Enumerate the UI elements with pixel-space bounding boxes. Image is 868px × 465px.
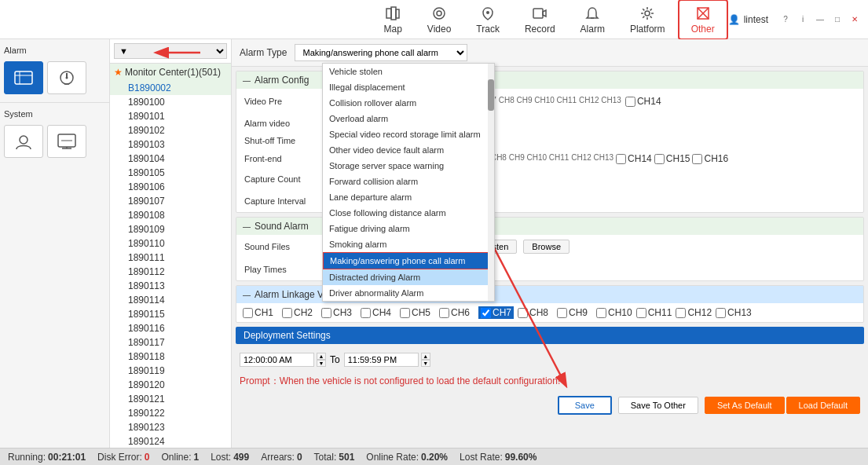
tree-item[interactable]: 1890104 [110,152,231,166]
tree-item[interactable]: 1890103 [110,137,231,152]
nav-record[interactable]: Record [512,0,568,39]
prompt-row: Prompt：When the vehicle is not configure… [232,372,868,391]
dropdown-item-3[interactable]: Overload alarm [323,111,494,126]
svg-point-17 [20,136,27,144]
tree-item[interactable]: 1890106 [110,180,231,194]
save-button[interactable]: Save [558,396,612,415]
tree-item[interactable]: 1890112 [110,265,231,279]
alarm-type-dropdown[interactable]: Vehicle stolen Illegal displacement Coll… [322,63,495,302]
tree-item[interactable]: 1890117 [110,335,231,350]
tree-item[interactable]: 1890114 [110,293,231,307]
tree-item[interactable]: 1890100 [110,95,231,109]
browse-button[interactable]: Browse [523,240,570,254]
tree-item[interactable]: 1890124 [110,434,231,449]
tree-item[interactable]: 1890110 [110,236,231,251]
lch2-check[interactable] [282,308,292,318]
dropdown-item-2[interactable]: Collision rollover alarm [323,95,494,111]
running-status: Running: 00:21:01 [8,452,86,463]
dropdown-item-14[interactable]: Driver abnormality Alarm [323,285,494,301]
alarm-btn-1[interactable] [4,61,43,94]
lch4-check[interactable] [361,308,371,318]
info-btn[interactable]: i [797,14,808,25]
tree-item[interactable]: 1890116 [110,321,231,335]
dropdown-item-7[interactable]: Forward collision alarm [323,174,494,189]
time-to-up[interactable]: ▲ [421,353,430,360]
lch8-check[interactable] [518,308,528,318]
tree-item[interactable]: 1890113 [110,279,231,293]
system-btn-1[interactable] [4,125,43,158]
tree-item[interactable]: 1890115 [110,307,231,321]
lch10-check[interactable] [596,308,606,318]
tree-item[interactable]: 1890111 [110,251,231,265]
save-to-other-button[interactable]: Save To Other [618,397,698,414]
tree-item[interactable]: 1890107 [110,194,231,208]
lch3-check[interactable] [321,308,331,318]
dropdown-scrollbar[interactable] [488,64,494,301]
tree-item[interactable]: 1890119 [110,364,231,378]
lch5-check[interactable] [400,308,410,318]
dropdown-item-5[interactable]: Other video device fault alarm [323,142,494,158]
sound-alarm-toggle[interactable]: — [243,222,251,231]
tree-item[interactable]: 1890105 [110,166,231,180]
tree-item[interactable]: 1890118 [110,350,231,364]
record-icon [531,5,548,22]
dropdown-item-1[interactable]: Illegal displacement [323,79,494,95]
tree-item[interactable]: 1890102 [110,123,231,137]
dropdown-item-11[interactable]: Smoking alarm [323,236,494,252]
minimize-btn[interactable]: — [815,14,826,25]
nav-video[interactable]: Video [415,0,463,39]
dropdown-item-9[interactable]: Close following distance alarm [323,205,494,221]
tree-root[interactable]: ★ Monitor Center(1)(501) [110,64,231,81]
lch7-check[interactable] [481,308,491,318]
set-as-default-button[interactable]: Set As Default [705,397,785,414]
tree-subitem-selected[interactable]: B1890002 [110,81,231,95]
tree-item[interactable]: 1890123 [110,420,231,434]
tree-item[interactable]: 1890120 [110,378,231,392]
dropdown-item-0[interactable]: Vehicle stolen [323,64,494,79]
help-btn[interactable]: ? [780,14,791,25]
close-btn[interactable]: ✕ [849,14,860,25]
tree-item[interactable]: 1890101 [110,109,231,123]
lch12-check[interactable] [676,308,686,318]
dropdown-item-6[interactable]: Storage server space warning [323,158,494,174]
dropdown-item-4[interactable]: Special video record storage limit alarm [323,126,494,142]
dropdown-item-8[interactable]: Lane departure alarm [323,189,494,205]
lch9-check[interactable] [557,308,567,318]
tree-item[interactable]: 1890109 [110,222,231,236]
dropdown-item-12[interactable]: Making/answering phone call alarm [323,252,494,269]
load-default-button[interactable]: Load Default [786,397,860,414]
time-to-down[interactable]: ▼ [421,360,430,367]
f-ch16-check[interactable] [692,154,702,164]
tree-item[interactable]: 1890122 [110,406,231,420]
lch13-check[interactable] [716,308,726,318]
other-icon [694,5,712,22]
dropdown-item-13[interactable]: Distracted driving Alarm [323,269,494,285]
lch1-check[interactable] [243,308,253,318]
tree-dropdown[interactable]: ▼ [114,43,227,59]
tree-panel: ▼ ★ Monitor Center(1)(501) B1890002 1890… [110,39,232,465]
nav-track[interactable]: Track [463,0,512,39]
nav-other[interactable]: Other [678,0,728,40]
nav-platform[interactable]: Platform [617,0,678,39]
nav-map[interactable]: Map [372,0,415,39]
maximize-btn[interactable]: □ [832,14,843,25]
tree-item[interactable]: 1890108 [110,208,231,222]
lch11-check[interactable] [636,308,646,318]
alarm-type-select[interactable]: Making/answering phone call alarm [295,44,467,61]
nav-alarm[interactable]: Alarm [568,0,617,39]
lch6-check[interactable] [439,308,449,318]
system-btn-2[interactable] [47,125,86,158]
tree-item[interactable]: 1890121 [110,392,231,406]
time-from-up[interactable]: ▲ [317,353,326,360]
f-ch14-check[interactable] [616,154,626,164]
dropdown-item-10[interactable]: Fatigue driving alarm [323,221,494,236]
time-from-input[interactable] [240,353,314,367]
time-to-input[interactable] [344,353,419,367]
alarm-config-toggle[interactable]: — [243,76,251,85]
time-from-down[interactable]: ▼ [317,360,326,367]
alarm-linkage-toggle[interactable]: — [243,291,251,299]
time-to-label: To [330,354,340,365]
ch14-check[interactable] [625,97,635,107]
f-ch15-check[interactable] [654,154,665,164]
alarm-btn-2[interactable] [47,61,86,94]
